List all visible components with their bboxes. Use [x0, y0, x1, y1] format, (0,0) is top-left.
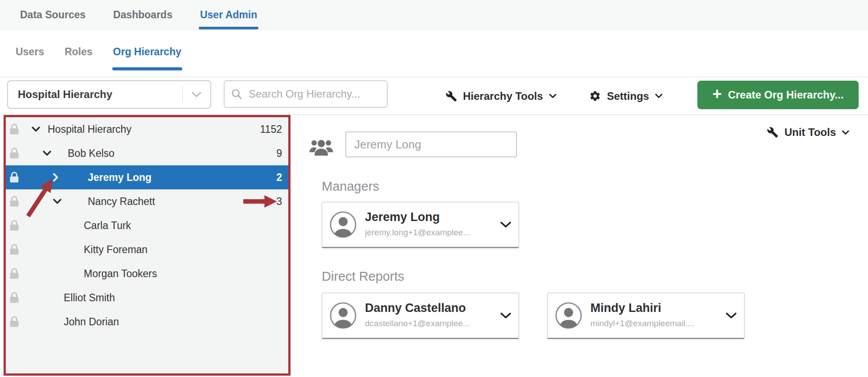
tree-item-kitty-foreman[interactable]: Kitty Foreman: [6, 238, 288, 262]
tree-item-carla-turk[interactable]: Carla Turk: [6, 213, 288, 238]
secondary-tab-org-hierarchy[interactable]: Org Hierarchy: [112, 37, 182, 70]
lock-icon[interactable]: [8, 315, 20, 328]
search-input[interactable]: [248, 87, 381, 101]
chevron-down-icon[interactable]: [500, 221, 512, 228]
create-org-hierarchy-label: Create Org Hierarchy...: [728, 89, 844, 101]
tree-item-nancy-rachett[interactable]: Nancy Rachett3: [6, 189, 288, 213]
org-hierarchy-tree-panel: Hospital Hierarchy1152Bob Kelso9Jeremy L…: [4, 115, 291, 376]
avatar: [329, 302, 357, 329]
subordinate-count: 3: [276, 196, 282, 208]
direct-reports-heading: Direct Reports: [322, 269, 404, 284]
create-org-hierarchy-button[interactable]: + Create Org Hierarchy...: [697, 81, 859, 109]
wrench-icon: [767, 127, 778, 138]
hierarchy-tools-label: Hierarchy Tools: [463, 90, 543, 102]
manager-card-jeremy-long[interactable]: Jeremy Longjeremy.long+1@examplee...: [322, 202, 519, 248]
secondary-tab-roles[interactable]: Roles: [64, 37, 94, 70]
person-email: dcastellano+1@examplee...: [365, 319, 470, 328]
lock-icon[interactable]: [8, 195, 20, 208]
person-name: Mindy Lahiri: [590, 301, 661, 315]
plus-icon: +: [712, 86, 722, 102]
tree-item-label: Hospital Hierarchy: [48, 123, 131, 135]
tree-item-label: Jeremy Long: [88, 172, 151, 184]
tree-item-label: Morgan Tookers: [84, 268, 157, 280]
hierarchy-select-value: Hospital Hierarchy: [18, 88, 182, 101]
tree-item-morgan-tookers[interactable]: Morgan Tookers: [6, 262, 288, 286]
avatar: [555, 302, 582, 329]
org-unit-group-icon: [309, 137, 333, 157]
lock-icon[interactable]: [8, 123, 20, 136]
lock-icon[interactable]: [8, 267, 20, 280]
tree-item-hospital-hierarchy[interactable]: Hospital Hierarchy1152: [6, 117, 288, 141]
tree-item-label: Kitty Foreman: [84, 244, 147, 256]
person-email: jeremy.long+1@examplee...: [365, 228, 470, 238]
gear-icon: [589, 90, 601, 102]
chevron-down-icon[interactable]: [183, 91, 210, 98]
tree-item-label: John Dorian: [64, 316, 119, 328]
direct-report-card-danny-castellano[interactable]: Danny Castellanodcastellano+1@examplee..…: [322, 293, 519, 339]
wrench-icon: [446, 90, 457, 102]
chevron-down-icon[interactable]: [42, 150, 52, 156]
tree-item-elliot-smith[interactable]: Elliot Smith: [6, 286, 288, 310]
unit-tools-menu[interactable]: Unit Tools: [767, 126, 849, 139]
person-name: Danny Castellano: [365, 301, 466, 315]
settings-label: Settings: [607, 90, 649, 102]
toolbar: Hospital Hierarchy Hierarchy Tools: [0, 77, 868, 115]
subordinate-count: 9: [276, 148, 282, 160]
tree-item-label: Bob Kelso: [68, 148, 115, 160]
primary-tab-data-sources[interactable]: Data Sources: [20, 0, 86, 29]
chevron-down-icon[interactable]: [53, 198, 62, 205]
lock-icon[interactable]: [8, 147, 20, 160]
app-window: Data SourcesDashboardsUser Admin UsersRo…: [0, 0, 868, 377]
hierarchy-tools-menu[interactable]: Hierarchy Tools: [446, 77, 557, 115]
managers-heading: Managers: [322, 179, 379, 194]
org-hierarchy-search: [224, 80, 388, 108]
subordinate-count: 2: [276, 172, 282, 184]
chevron-down-icon: [842, 130, 849, 135]
subordinate-count: 1152: [260, 123, 282, 135]
search-icon: [231, 88, 242, 100]
lock-icon[interactable]: [8, 171, 20, 184]
chevron-down-icon: [655, 94, 663, 98]
lock-icon[interactable]: [8, 291, 20, 304]
unit-detail-panel: Unit Tools Managers Jeremy Longjeremy.lo…: [294, 115, 868, 377]
hierarchy-select[interactable]: Hospital Hierarchy: [7, 80, 211, 109]
lock-icon[interactable]: [8, 219, 20, 232]
person-email: mindyl+1@exampleemail....: [590, 319, 695, 328]
chevron-down-icon[interactable]: [725, 312, 737, 319]
chevron-down-icon[interactable]: [31, 126, 41, 132]
tree-item-john-dorian[interactable]: John Dorian: [6, 310, 288, 334]
direct-report-card-mindy-lahiri[interactable]: Mindy Lahirimindyl+1@exampleemail....: [547, 293, 745, 339]
secondary-tab-users[interactable]: Users: [15, 37, 45, 70]
direct-reports-card-list: Danny Castellanodcastellano+1@examplee..…: [322, 293, 856, 342]
tree-item-jeremy-long[interactable]: Jeremy Long2: [6, 165, 288, 189]
primary-tab-dashboards[interactable]: Dashboards: [113, 0, 172, 29]
tree-item-bob-kelso[interactable]: Bob Kelso9: [6, 141, 288, 165]
tree-item-label: Elliot Smith: [64, 292, 115, 304]
primary-nav: Data SourcesDashboardsUser Admin: [0, 0, 868, 30]
lock-icon[interactable]: [8, 243, 20, 256]
chevron-right-icon[interactable]: [53, 173, 59, 182]
unit-tools-label: Unit Tools: [784, 126, 836, 139]
chevron-down-icon: [549, 94, 557, 98]
managers-card-list: Jeremy Longjeremy.long+1@examplee...: [322, 202, 812, 251]
secondary-nav: UsersRolesOrg Hierarchy: [0, 30, 868, 77]
primary-tab-user-admin[interactable]: User Admin: [200, 0, 257, 29]
unit-name-input[interactable]: [345, 131, 517, 157]
org-tree: Hospital Hierarchy1152Bob Kelso9Jeremy L…: [6, 117, 288, 373]
chevron-down-icon[interactable]: [500, 312, 512, 319]
settings-menu[interactable]: Settings: [589, 77, 663, 115]
avatar: [329, 211, 357, 238]
tree-item-label: Nancy Rachett: [88, 196, 155, 208]
tree-item-label: Carla Turk: [84, 220, 131, 232]
person-name: Jeremy Long: [365, 210, 440, 224]
